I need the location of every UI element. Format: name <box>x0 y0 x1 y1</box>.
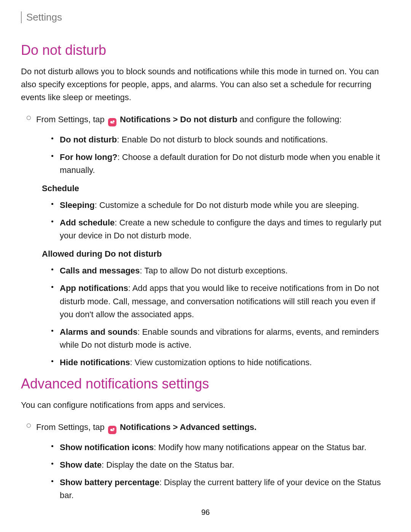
page-number: 96 <box>0 508 411 517</box>
item-label: App notifications <box>60 283 128 293</box>
list-item: Alarms and sounds: Enable sounds and vib… <box>51 326 390 351</box>
item-text: : Enable Do not disturb to block sounds … <box>117 135 328 144</box>
schedule-list: Sleeping: Customize a schedule for Do no… <box>51 199 390 242</box>
list-item: Add schedule: Create a new schedule to c… <box>51 216 390 242</box>
item-text: : Display the date on the Status bar. <box>102 460 234 470</box>
item-text: : Modify how many notifications appear o… <box>154 443 366 452</box>
nav-separator: > <box>173 115 180 124</box>
dot-bullet-icon <box>51 268 53 270</box>
schedule-header: Schedule <box>42 184 390 193</box>
list-item: For how long?: Choose a default duration… <box>51 151 390 177</box>
item-label: Do not disturb <box>60 135 117 144</box>
section-heading-dnd: Do not disturb <box>21 42 390 58</box>
nav-advanced: Advanced settings <box>180 422 255 432</box>
page-header: Settings <box>21 11 390 23</box>
nav-prefix: From Settings, tap <box>36 422 107 432</box>
dnd-nav-path: From Settings, tap Notifications > Do no… <box>36 113 390 126</box>
circle-bullet-icon <box>27 116 31 120</box>
list-item: Show battery percentage: Display the cur… <box>51 476 390 502</box>
list-item: Show notification icons: Modify how many… <box>51 441 390 454</box>
notifications-icon <box>108 426 116 434</box>
item-label: Show notification icons <box>60 443 154 452</box>
dot-bullet-icon <box>51 203 53 205</box>
dnd-options-list: Do not disturb: Enable Do not disturb to… <box>51 133 390 177</box>
item-label: Calls and messages <box>60 266 140 275</box>
item-label: Show battery percentage <box>60 478 159 487</box>
list-item: Do not disturb: Enable Do not disturb to… <box>51 133 390 146</box>
circle-bullet-icon <box>27 423 31 428</box>
item-label: Sleeping <box>60 200 95 210</box>
nav-dnd: Do not disturb <box>180 115 237 124</box>
list-item: Calls and messages: Tap to allow Do not … <box>51 264 390 277</box>
advanced-nav-path: From Settings, tap Notifications > Advan… <box>36 421 390 434</box>
dot-bullet-icon <box>51 155 53 157</box>
dot-bullet-icon <box>51 445 53 447</box>
nav-notifications: Notifications <box>120 422 170 432</box>
allowed-list: Calls and messages: Tap to allow Do not … <box>51 264 390 369</box>
item-label: Hide notifications <box>60 358 130 367</box>
dnd-intro: Do not disturb allows you to block sound… <box>21 65 390 104</box>
item-label: Show date <box>60 460 102 470</box>
section-heading-advanced: Advanced notifications settings <box>21 376 390 392</box>
list-item: Show date: Display the date on the Statu… <box>51 459 390 471</box>
dot-bullet-icon <box>51 220 53 222</box>
item-text: : View customization options to hide not… <box>130 358 312 367</box>
dot-bullet-icon <box>51 360 53 362</box>
list-item: Sleeping: Customize a schedule for Do no… <box>51 199 390 212</box>
notifications-icon <box>108 118 116 126</box>
item-text: : Customize a schedule for Do not distur… <box>95 200 359 210</box>
item-label: Add schedule <box>60 218 115 227</box>
allowed-header: Allowed during Do not disturb <box>42 249 390 259</box>
dot-bullet-icon <box>51 463 53 465</box>
nav-notifications: Notifications <box>120 115 170 124</box>
item-text: : Tap to allow Do not disturb exceptions… <box>140 266 287 275</box>
dot-bullet-icon <box>51 330 53 332</box>
header-title: Settings <box>26 11 390 23</box>
list-item: Hide notifications: View customization o… <box>51 356 390 369</box>
dot-bullet-icon <box>51 286 53 288</box>
nav-suffix: . <box>254 422 256 432</box>
dot-bullet-icon <box>51 480 53 482</box>
item-label: Alarms and sounds <box>60 327 137 337</box>
advanced-options-list: Show notification icons: Modify how many… <box>51 441 390 502</box>
nav-separator: > <box>173 422 180 432</box>
advanced-intro: You can configure notifications from app… <box>21 399 390 412</box>
dot-bullet-icon <box>51 137 53 139</box>
item-label: For how long? <box>60 152 118 162</box>
nav-prefix: From Settings, tap <box>36 115 107 124</box>
nav-suffix: and configure the following: <box>240 115 342 124</box>
list-item: App notifications: Add apps that you wou… <box>51 282 390 321</box>
